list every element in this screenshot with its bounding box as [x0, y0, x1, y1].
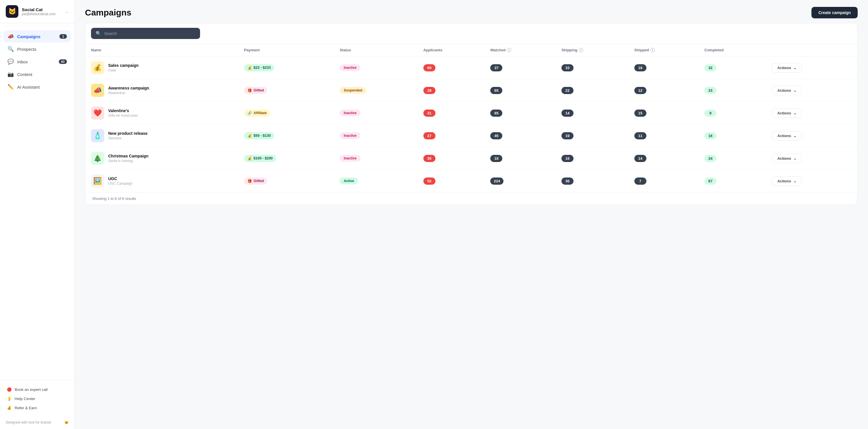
shipped-chip: 18: [634, 64, 646, 71]
actions-chevron-icon: ⌄: [794, 88, 797, 93]
shipping-cell: 14: [556, 102, 629, 125]
money-icon: 💰: [247, 134, 252, 138]
actions-button[interactable]: Actions ⌄: [772, 108, 802, 118]
shipping-cell: 22: [556, 79, 629, 102]
campaign-name: Sales campaign: [108, 63, 138, 68]
status-cell: Inactive: [334, 125, 417, 147]
refer-earn-label: Refer & Earn: [14, 406, 37, 410]
campaign-sub: Gifts for loved ones: [108, 113, 138, 118]
campaigns-tbody: 💰 Sales campaign Case 💰 $22 - $233 Inact…: [85, 57, 857, 192]
status-cell: Active: [334, 170, 417, 192]
matched-chip: 37: [490, 64, 502, 71]
sidebar-header: 🐱 Social Cat joe@thesocialcat.com ⌄: [0, 0, 74, 23]
actions-chevron-icon: ⌄: [794, 111, 797, 115]
completed-cell: 24: [699, 147, 766, 170]
create-campaign-button[interactable]: Create campaign: [811, 7, 858, 19]
actions-label: Actions: [777, 156, 791, 161]
campaign-name-cell: 🧴 New product release Skincare: [85, 125, 238, 147]
actions-button[interactable]: Actions ⌄: [772, 154, 802, 163]
table-row: ❤️ Valentine's Gifts for loved ones 🔗 Af…: [85, 102, 857, 125]
actions-button[interactable]: Actions ⌄: [772, 131, 802, 140]
campaign-name-cell: ❤️ Valentine's Gifts for loved ones: [85, 102, 238, 125]
status-badge: Inactive: [340, 155, 361, 162]
col-shipped: Shippedi: [629, 44, 699, 57]
completed-chip: 16: [704, 132, 716, 139]
payment-badge: 🎁 Gifted: [244, 177, 267, 185]
matched-info-icon[interactable]: i: [507, 48, 511, 52]
completed-cell: 16: [699, 125, 766, 147]
shipped-info-icon[interactable]: i: [650, 48, 655, 52]
ai-assistant-icon: ✏️: [7, 84, 14, 90]
status-cell: Inactive: [334, 57, 417, 79]
campaign-name-cell: 💰 Sales campaign Case: [85, 57, 238, 79]
matched-cell: 65: [485, 79, 555, 102]
table-row: 💰 Sales campaign Case 💰 $22 - $233 Inact…: [85, 57, 857, 79]
applicants-chip: 29: [423, 87, 435, 94]
brand-info: Social Cat joe@thesocialcat.com: [22, 7, 62, 16]
payment-cell: 💰 $22 - $233: [238, 57, 334, 79]
matched-chip: 18: [490, 155, 502, 162]
shipped-chip: 11: [634, 132, 646, 139]
sidebar-bottom-help-center[interactable]: 💡Help Center: [6, 394, 69, 403]
completed-cell: 32: [699, 57, 766, 79]
status-badge: Inactive: [340, 109, 361, 117]
actions-label: Actions: [777, 66, 791, 70]
table-row: 🧴 New product release Skincare 💰 $50 - $…: [85, 125, 857, 147]
sidebar-item-label: AI Assistant: [17, 85, 40, 90]
actions-button[interactable]: Actions ⌄: [772, 86, 802, 95]
actions-cell: Actions ⌄: [766, 57, 857, 79]
matched-cell: 45: [485, 125, 555, 147]
campaign-sub: Skincare: [108, 136, 148, 140]
shipped-cell: 11: [629, 125, 699, 147]
campaign-sub: Santa is coming: [108, 159, 148, 163]
sidebar-footer: Designed with love for brands 🐱: [0, 417, 74, 429]
actions-cell: Actions ⌄: [766, 125, 857, 147]
actions-button[interactable]: Actions ⌄: [772, 63, 802, 72]
refer-earn-icon: 💰: [7, 405, 12, 410]
sidebar-item-content[interactable]: 📷 Content: [3, 68, 71, 80]
shipping-cell: 36: [556, 170, 629, 192]
help-center-icon: 💡: [7, 396, 12, 401]
campaign-icon: 💰: [91, 61, 104, 74]
shipping-info-icon[interactable]: i: [579, 48, 583, 52]
campaign-icon: 🧴: [91, 129, 104, 142]
sidebar-item-ai-assistant[interactable]: ✏️ AI Assistant: [3, 81, 71, 93]
search-icon: 🔍: [96, 31, 101, 36]
search-input[interactable]: [104, 31, 195, 36]
matched-cell: 224: [485, 170, 555, 192]
applicants-chip: 35: [423, 155, 435, 162]
sidebar-item-label: Content: [17, 72, 32, 77]
actions-button[interactable]: Actions ⌄: [772, 176, 802, 186]
campaign-name: Awareness campaign: [108, 86, 149, 90]
completed-chip: 9: [704, 109, 716, 117]
table-row: 🖼️ UGC UGC Campaign 🎁 Gifted Active 52 2…: [85, 170, 857, 192]
sidebar-bottom-refer-earn[interactable]: 💰Refer & Earn: [6, 403, 69, 412]
payment-cell: 🎁 Gifted: [238, 79, 334, 102]
applicants-chip: 31: [423, 109, 435, 117]
campaign-name: New product release: [108, 131, 148, 136]
completed-chip: 67: [704, 177, 716, 185]
sidebar-item-inbox[interactable]: 💬 Inbox 83: [3, 56, 71, 68]
main-nav: 📣 Campaigns 1 🔍 Prospects 💬 Inbox 83 📷 C…: [0, 28, 74, 380]
actions-label: Actions: [777, 134, 791, 138]
campaign-sub: Awareness: [108, 91, 149, 95]
sidebar-item-prospects[interactable]: 🔍 Prospects: [3, 43, 71, 55]
campaigns-table-wrapper: Name Payment Status Applicants Matchedi …: [85, 44, 857, 192]
actions-chevron-icon: ⌄: [794, 156, 797, 161]
sidebar-item-campaigns[interactable]: 📣 Campaigns 1: [3, 30, 71, 42]
completed-chip: 32: [704, 64, 716, 71]
shipped-cell: 12: [629, 79, 699, 102]
sidebar-bottom-book-expert[interactable]: 🔴Book an expert call: [6, 385, 69, 394]
campaign-name: UGC: [108, 176, 133, 181]
page-title: Campaigns: [85, 8, 131, 18]
account-chevron-icon[interactable]: ⌄: [65, 9, 69, 14]
campaigns-card: 🔍 Name Payment Status Applicants Matched…: [85, 23, 858, 205]
col-status: Status: [334, 44, 417, 57]
actions-cell: Actions ⌄: [766, 147, 857, 170]
top-bar: Campaigns Create campaign: [74, 0, 868, 23]
campaigns-badge: 1: [59, 34, 67, 39]
shipping-chip: 14: [561, 109, 574, 117]
shipping-cell: 33: [556, 57, 629, 79]
campaign-name: Valentine's: [108, 108, 138, 113]
actions-label: Actions: [777, 111, 791, 115]
